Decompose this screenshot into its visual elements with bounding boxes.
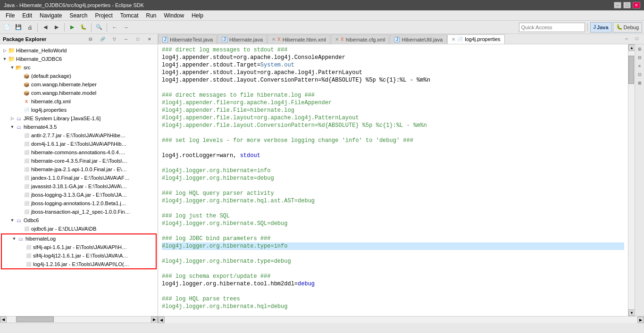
tree-item-helper-pkg[interactable]: 📦 com.wangp.hibernate.helper xyxy=(0,80,158,89)
menu-search[interactable]: Search xyxy=(66,11,91,20)
menu-edit[interactable]: Edit xyxy=(18,11,36,20)
scroll-left-button[interactable]: ◀ xyxy=(0,316,7,323)
close-view-button[interactable]: ✕ xyxy=(144,34,155,44)
tree-item-hibernate-ojdbc6[interactable]: ▼ 📁 Hibernate_OJDBC6 xyxy=(0,55,158,63)
tree-item-hibernate435[interactable]: ▼ 🗂 hibernate4.3.5 xyxy=(0,123,158,131)
menu-help[interactable]: Help xyxy=(188,11,207,20)
tree-item-hibernatelog[interactable]: ▼ 🗂 hibernateLog xyxy=(2,234,156,243)
editor-horizontal-scrollbar[interactable]: ◀ ▶ xyxy=(158,316,644,323)
tree-item-jre-lib[interactable]: ▷ 🗂 JRE System Library [JavaSE-1.6] xyxy=(0,114,158,123)
search-button[interactable]: 🔍 xyxy=(94,22,104,33)
menu-tomcat[interactable]: Tomcat xyxy=(117,11,142,20)
tree-item-antlr[interactable]: ⬜ antlr-2.7.7.jar - E:\Tools\JAVA\API\Hi… xyxy=(0,131,158,140)
right-side-btn-4[interactable]: ⊡ xyxy=(636,71,644,78)
run-button[interactable]: ▶ xyxy=(67,22,77,33)
java-perspective-button[interactable]: J Java xyxy=(590,22,612,33)
debug-run-button[interactable]: 🐛 xyxy=(78,22,89,33)
toolbar-sep-3 xyxy=(91,23,92,32)
save-button[interactable]: 💾 xyxy=(13,22,24,33)
link-editor-button[interactable]: 🔗 xyxy=(97,34,108,44)
scroll-right-button[interactable]: ▶ xyxy=(151,316,158,323)
minimize-editor-button[interactable]: ─ xyxy=(621,34,632,44)
tab-close-icon[interactable]: ✕ xyxy=(452,37,455,42)
tree-item-jboss-tx[interactable]: ⬜ jboss-transaction-api_1.2_spec-1.0.0.F… xyxy=(0,208,158,216)
new-button[interactable]: 📄 xyxy=(2,22,12,33)
tree-item-model-pkg[interactable]: 📦 com.wangp.hibernate.model xyxy=(0,89,158,97)
right-side-btn-2[interactable]: ⊟ xyxy=(636,54,644,61)
tree-item-dom4j[interactable]: ⬜ dom4j-1.6.1.jar - E:\Tools\JAVA\API\Hi… xyxy=(0,140,158,148)
editor-vertical-scrollbar[interactable]: ▲ ▼ xyxy=(628,44,635,316)
view-menu-button[interactable]: ▽ xyxy=(109,34,119,44)
tree-toggle[interactable]: ▷ xyxy=(2,48,8,53)
maximize-editor-button[interactable]: □ xyxy=(632,34,642,44)
tree-toggle[interactable]: ▼ xyxy=(9,218,15,223)
menu-project[interactable]: Project xyxy=(91,11,116,20)
back-button[interactable]: ◀ xyxy=(40,22,50,33)
tree-item-hibernate-jpa[interactable]: ⬜ hibernate-jpa-2.1-api-1.0.0.Final.jar … xyxy=(0,165,158,174)
minimize-view-button[interactable]: ─ xyxy=(121,34,131,44)
forward-button[interactable]: ▶ xyxy=(51,22,62,33)
quick-access-input[interactable] xyxy=(519,23,585,32)
maximize-button[interactable]: □ xyxy=(623,2,631,8)
scroll-track[interactable] xyxy=(628,51,635,309)
scroll-thumb[interactable] xyxy=(16,316,54,322)
tab-hibernate-cfg[interactable]: ✕ X hibernate.cfg.xml xyxy=(331,34,389,44)
java-btn-label: Java xyxy=(597,25,608,30)
tab-close-icon[interactable]: ✕ xyxy=(335,37,339,42)
menu-run[interactable]: Run xyxy=(142,11,160,20)
tree-item-jandex[interactable]: ⬜ jandex-1.1.0.Final.jar - E:\Tools\JAVA… xyxy=(0,174,158,182)
tab-close-icon[interactable]: ✕ xyxy=(272,37,276,42)
jar-icon: ⬜ xyxy=(23,200,30,207)
tree-item-hibernate-cfg[interactable]: X hibernate.cfg.xml xyxy=(0,97,158,106)
scroll-track[interactable] xyxy=(165,316,637,323)
sidebar-horizontal-scrollbar[interactable]: ◀ ▶ xyxy=(0,316,158,323)
scroll-left-button[interactable]: ◀ xyxy=(158,316,165,323)
tree-item-log4j-jar[interactable]: ⬜ log4j-1.2.16.jar - E:\Tools\JAVA\API\L… xyxy=(2,260,156,268)
tab-hibernate-test[interactable]: J HibernateTest.java xyxy=(158,34,217,44)
maximize-view-button[interactable]: □ xyxy=(133,34,143,44)
right-side-btn-3[interactable]: ≡ xyxy=(636,62,644,70)
tab-hibernate-java[interactable]: J Hibernate.java xyxy=(217,34,267,44)
tree-item-src[interactable]: ▼ 📂 src xyxy=(0,63,158,72)
next-edit-button[interactable]: → xyxy=(121,22,131,33)
right-side-btn-5[interactable]: ⊠ xyxy=(636,79,644,87)
menu-file[interactable]: File xyxy=(2,11,18,20)
prev-edit-button[interactable]: ← xyxy=(109,22,120,33)
tree-item-javassist[interactable]: ⬜ javassist-3.18.1-GA.jar - E:\Tools\JAV… xyxy=(0,182,158,191)
tree-toggle[interactable]: ▼ xyxy=(2,57,8,61)
tree-item-hibernate-core[interactable]: ⬜ hibernate-core-4.3.5.Final.jar - E:\To… xyxy=(0,157,158,165)
tree-toggle[interactable]: ▷ xyxy=(9,116,15,121)
scroll-track[interactable] xyxy=(7,316,151,323)
tree-toggle[interactable]: ▼ xyxy=(9,125,15,129)
tree-item-hibernate-hello[interactable]: ▷ 📁 Hibernate_HelloWorld xyxy=(0,46,158,55)
tree-item-slf4j-api[interactable]: ⬜ slf4j-api-1.6.1.jar - E\Tools\JAVA\API… xyxy=(2,243,156,251)
menu-navigate[interactable]: Navigate xyxy=(36,11,66,20)
minimize-button[interactable]: – xyxy=(614,2,621,8)
menu-window[interactable]: Window xyxy=(160,11,188,20)
scroll-up-button[interactable]: ▲ xyxy=(628,44,635,51)
tree-item-slf4j-log4j[interactable]: ⬜ slf4j-log4j12-1.6.1.jar - E:\Tools\JAV… xyxy=(2,251,156,260)
print-button[interactable]: 🖨 xyxy=(25,22,35,33)
debug-perspective-button[interactable]: 🐛 Debug xyxy=(613,22,642,33)
scroll-thumb[interactable] xyxy=(628,56,634,84)
collapse-all-button[interactable]: ⊟ xyxy=(85,34,96,44)
code-content[interactable]: ### direct log messages to stdout ### lo… xyxy=(158,44,628,316)
tree-toggle[interactable]: ▼ xyxy=(9,65,15,70)
right-side-btn-1[interactable]: ⊞ xyxy=(636,45,644,53)
scroll-down-button[interactable]: ▼ xyxy=(628,309,635,316)
tree-item-jboss-logging[interactable]: ⬜ jboss-logging-3.1.3.GA.jar - E:\Tools\… xyxy=(0,191,158,199)
tree-item-jboss-logging-ann[interactable]: ⬜ jboss-logging-annotations-1.2.0.Beta1.… xyxy=(0,199,158,208)
tree-item-log4j-props[interactable]: 📄 log4j.properties xyxy=(0,106,158,114)
tree-toggle[interactable]: ▼ xyxy=(11,236,17,241)
tab-hibernate-hbm[interactable]: ✕ X Hibernate.hbm.xml xyxy=(268,34,330,44)
close-button[interactable]: ✕ xyxy=(633,2,640,8)
library-icon: 🗂 xyxy=(15,115,23,122)
tree-item-odbc6[interactable]: ▼ 🗂 Odbc6 xyxy=(0,216,158,225)
tree-item-hibernate-commons[interactable]: ⬜ hibernate-commons-annotations-4.0.4.… xyxy=(0,148,158,157)
scroll-right-button[interactable]: ▶ xyxy=(637,316,644,323)
tree-item-default-pkg[interactable]: 📦 (default package) xyxy=(0,72,158,80)
tab-log4j[interactable]: ✕ 📄 log4j.properties xyxy=(447,34,504,44)
package-explorer-controls: ⊟ 🔗 ▽ ─ □ ✕ xyxy=(85,34,155,44)
tab-hibernate-util[interactable]: J HibernateUtil.java xyxy=(390,34,447,44)
tree-item-ojdbc6[interactable]: ⬜ ojdbc6.jar - E:\DLL\JAVA\DB xyxy=(0,225,158,233)
